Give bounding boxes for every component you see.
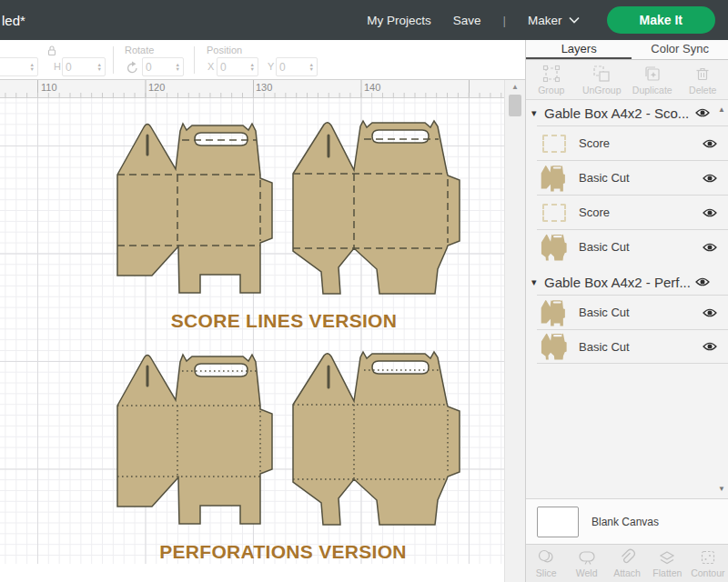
horizontal-ruler: 110 120 130 140 <box>0 80 504 98</box>
group-button[interactable]: Group <box>526 60 577 99</box>
cut-thumbnail <box>537 165 571 192</box>
group-icon <box>542 65 561 83</box>
top-nav: My Projects Save | Maker Make It <box>367 6 715 34</box>
gable-box-score-left[interactable] <box>117 124 272 293</box>
ruler-mark: 110 <box>41 82 57 93</box>
visibility-eye-icon[interactable] <box>703 174 719 183</box>
layer-actions: Group UnGroup Duplicate <box>526 60 728 100</box>
cut-thumbnail <box>537 333 571 360</box>
attach-icon <box>618 548 636 567</box>
cricut-design-space-window: led* My Projects Save | Maker Make It 0 … <box>0 0 728 582</box>
list-scroll-up-icon[interactable] <box>718 105 725 114</box>
contour-label: Contour <box>691 567 724 578</box>
ruler-mark: 140 <box>364 82 380 93</box>
gable-box-score-right[interactable] <box>293 121 460 294</box>
layer-label: Score <box>579 136 703 150</box>
cut-thumbnail <box>537 234 571 261</box>
top-bar: led* My Projects Save | Maker Make It <box>0 0 728 40</box>
layer-list: Gable Box A4x2 - Sco... Score Basic Cut <box>526 100 728 498</box>
ruler-mark: 120 <box>148 82 165 93</box>
ungroup-label: UnGroup <box>582 85 622 95</box>
ungroup-button[interactable]: UnGroup <box>577 60 628 99</box>
scroll-up-icon[interactable] <box>505 83 525 91</box>
layers-panel: Layers Color Sync Group <box>525 40 728 582</box>
slice-icon <box>537 548 555 567</box>
gable-box-perf-left[interactable] <box>117 355 272 524</box>
visibility-eye-icon[interactable] <box>695 277 712 286</box>
tab-color-sync[interactable]: Color Sync <box>632 40 728 59</box>
visibility-eye-icon[interactable] <box>703 208 719 217</box>
layer-group-perforations[interactable]: Gable Box A4x2 - Perf... <box>526 269 728 295</box>
canvas-vertical-scrollbar[interactable] <box>504 80 525 582</box>
duplicate-label: Duplicate <box>632 85 672 95</box>
visibility-eye-icon[interactable] <box>703 308 719 317</box>
attach-button[interactable]: Attach <box>607 545 647 582</box>
contour-button[interactable]: Contour <box>688 545 728 582</box>
score-thumbnail <box>537 204 571 222</box>
layer-row-cut-4[interactable]: Basic Cut <box>537 329 728 364</box>
ruler-ticks <box>0 93 504 97</box>
attach-label: Attach <box>613 567 641 578</box>
delete-button[interactable]: Delete <box>678 60 728 99</box>
layer-row-cut-3[interactable]: Basic Cut <box>537 295 728 329</box>
canvas-color-swatch[interactable] <box>537 507 579 537</box>
canvas-artwork: SCORE LINES VERSION <box>0 98 504 564</box>
layer-row-cut-1[interactable]: Basic Cut <box>537 160 728 195</box>
weld-icon <box>578 548 596 567</box>
group-label: Group <box>538 85 564 95</box>
cut-thumbnail <box>537 299 571 326</box>
my-projects-link[interactable]: My Projects <box>367 14 431 27</box>
layer-row-score-2[interactable]: Score <box>537 195 728 229</box>
layer-label: Basic Cut <box>579 340 703 354</box>
slice-label: Slice <box>536 567 557 578</box>
delete-icon <box>693 65 712 83</box>
group-title: Gable Box A4x2 - Perf... <box>544 275 695 290</box>
machine-select[interactable]: Maker <box>528 14 580 27</box>
visibility-eye-icon[interactable] <box>703 342 719 351</box>
weld-label: Weld <box>576 567 598 578</box>
save-link[interactable]: Save <box>453 14 481 27</box>
project-title: led* <box>2 13 25 28</box>
layer-label: Basic Cut <box>579 240 703 254</box>
canvas-area: 110 120 130 140 <box>0 80 525 582</box>
contour-icon <box>699 548 717 567</box>
flatten-label: Flatten <box>652 567 682 578</box>
machine-select-label: Maker <box>528 14 562 27</box>
scrollbar-thumb[interactable] <box>509 95 521 116</box>
visibility-eye-icon[interactable] <box>703 139 719 148</box>
chevron-down-icon <box>569 16 580 24</box>
panel-tabs: Layers Color Sync <box>526 40 728 60</box>
ruler-mark: 130 <box>256 82 272 93</box>
flatten-button[interactable]: Flatten <box>647 545 687 582</box>
collapse-caret-icon[interactable] <box>531 107 544 119</box>
make-it-button[interactable]: Make It <box>607 6 715 34</box>
layer-label: Score <box>579 206 703 219</box>
visibility-eye-icon[interactable] <box>695 108 712 117</box>
collapse-caret-icon[interactable] <box>531 276 544 288</box>
weld-button[interactable]: Weld <box>566 545 606 582</box>
layer-group-score[interactable]: Gable Box A4x2 - Sco... <box>526 100 728 125</box>
slice-button[interactable]: Slice <box>526 545 566 582</box>
duplicate-icon <box>643 65 662 83</box>
nav-divider: | <box>503 14 507 27</box>
layer-row-cut-2[interactable]: Basic Cut <box>537 229 728 264</box>
ungroup-icon <box>592 65 611 83</box>
duplicate-button[interactable]: Duplicate <box>627 60 678 99</box>
layer-row-score-1[interactable]: Score <box>537 125 728 160</box>
delete-label: Delete <box>689 85 716 95</box>
canvas-background-row: Blank Canvas <box>526 498 728 544</box>
score-thumbnail <box>537 135 571 153</box>
group-title: Gable Box A4x2 - Sco... <box>544 105 695 121</box>
gable-box-perf-right[interactable] <box>293 352 460 525</box>
visibility-eye-icon[interactable] <box>703 243 719 252</box>
list-scroll-down-icon[interactable] <box>718 485 725 493</box>
flatten-icon <box>658 548 676 567</box>
tab-layers[interactable]: Layers <box>526 40 632 59</box>
perforations-version-caption[interactable]: PERFORATIONS VERSION <box>159 541 407 562</box>
boolean-toolbar: Slice Weld Attach <box>526 544 728 582</box>
blank-canvas-label: Blank Canvas <box>592 516 659 528</box>
layer-label: Basic Cut <box>579 306 703 319</box>
score-version-caption[interactable]: SCORE LINES VERSION <box>171 310 397 331</box>
design-canvas[interactable]: SCORE LINES VERSION <box>0 98 504 564</box>
layer-label: Basic Cut <box>579 171 703 185</box>
